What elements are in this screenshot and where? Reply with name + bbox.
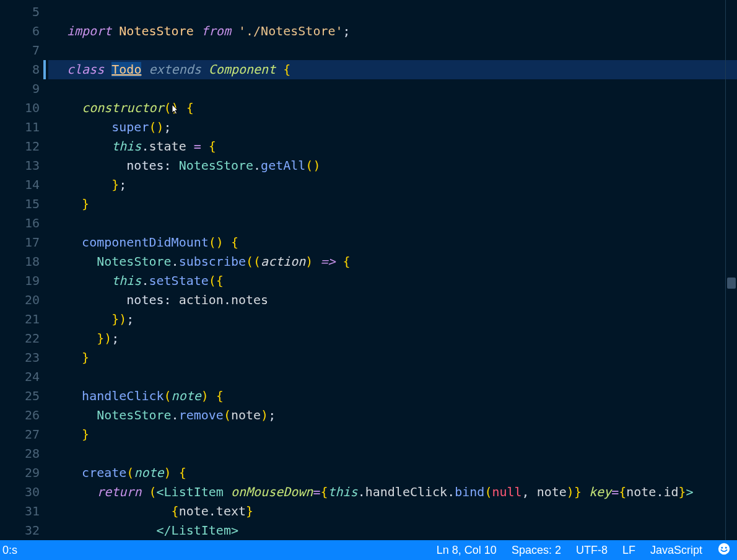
minimap-slider[interactable] bbox=[727, 278, 736, 289]
status-left-item[interactable]: 0:s bbox=[2, 544, 17, 557]
line-number[interactable]: 16 bbox=[0, 214, 48, 233]
line-number[interactable]: 14 bbox=[0, 175, 48, 195]
code-line[interactable]: }); bbox=[48, 329, 737, 348]
code-content[interactable]: import NotesStore from './NotesStore';cl… bbox=[48, 0, 737, 540]
line-number[interactable]: 31 bbox=[0, 502, 48, 521]
line-number[interactable]: 23 bbox=[0, 348, 48, 367]
code-line[interactable]: super(); bbox=[48, 118, 737, 137]
line-number[interactable]: 6 bbox=[0, 22, 48, 41]
code-line[interactable]: {note.text} bbox=[48, 502, 737, 521]
vertical-ruler bbox=[725, 0, 726, 540]
line-number[interactable]: 27 bbox=[0, 425, 48, 444]
line-number[interactable]: 12 bbox=[0, 137, 48, 156]
line-number[interactable]: 24 bbox=[0, 367, 48, 387]
line-number[interactable]: 18 bbox=[0, 252, 48, 271]
line-number[interactable]: 9 bbox=[0, 79, 48, 98]
line-number[interactable]: 20 bbox=[0, 291, 48, 310]
code-line[interactable]: this.setState({ bbox=[48, 271, 737, 291]
code-line[interactable] bbox=[48, 2, 737, 22]
code-area[interactable]: 5678910111213141516171819202122232425262… bbox=[0, 0, 737, 540]
editor-root: 5678910111213141516171819202122232425262… bbox=[0, 0, 737, 560]
line-number[interactable]: 26 bbox=[0, 406, 48, 425]
line-number[interactable]: 10 bbox=[0, 98, 48, 118]
code-line[interactable]: NotesStore.subscribe((action) => { bbox=[48, 252, 737, 271]
line-number[interactable]: 29 bbox=[0, 463, 48, 483]
status-line-col[interactable]: Ln 8, Col 10 bbox=[437, 544, 497, 557]
code-line[interactable]: } bbox=[48, 348, 737, 367]
line-number-gutter[interactable]: 5678910111213141516171819202122232425262… bbox=[0, 0, 48, 540]
code-line[interactable] bbox=[48, 444, 737, 463]
line-number[interactable]: 17 bbox=[0, 233, 48, 252]
code-line[interactable]: handleClick(note) { bbox=[48, 387, 737, 406]
line-number[interactable]: 28 bbox=[0, 444, 48, 463]
status-eol[interactable]: LF bbox=[622, 544, 635, 557]
code-line[interactable]: componentDidMount() { bbox=[48, 233, 737, 252]
code-line[interactable] bbox=[48, 41, 737, 60]
line-number[interactable]: 32 bbox=[0, 521, 48, 540]
code-line[interactable]: return (<ListItem onMouseDown={this.hand… bbox=[48, 483, 737, 502]
code-line[interactable]: notes: NotesStore.getAll() bbox=[48, 156, 737, 175]
line-number[interactable]: 19 bbox=[0, 271, 48, 291]
svg-point-2 bbox=[725, 546, 727, 548]
svg-point-0 bbox=[718, 543, 730, 554]
status-encoding[interactable]: UTF-8 bbox=[576, 544, 608, 557]
line-number[interactable]: 7 bbox=[0, 41, 48, 60]
code-line[interactable]: notes: action.notes bbox=[48, 291, 737, 310]
svg-point-1 bbox=[721, 546, 723, 548]
status-indent[interactable]: Spaces: 2 bbox=[512, 544, 561, 557]
code-line[interactable]: NotesStore.remove(note); bbox=[48, 406, 737, 425]
status-language[interactable]: JavaScript bbox=[650, 544, 702, 557]
code-line[interactable]: }; bbox=[48, 175, 737, 195]
line-number[interactable]: 13 bbox=[0, 156, 48, 175]
line-number[interactable]: 8 bbox=[0, 60, 48, 79]
code-line[interactable] bbox=[48, 79, 737, 98]
line-number[interactable]: 21 bbox=[0, 310, 48, 329]
feedback-smile-icon[interactable] bbox=[717, 542, 731, 559]
line-number[interactable]: 11 bbox=[0, 118, 48, 137]
line-number[interactable]: 22 bbox=[0, 329, 48, 348]
code-line[interactable]: this.state = { bbox=[48, 137, 737, 156]
line-number[interactable]: 30 bbox=[0, 483, 48, 502]
code-line[interactable]: import NotesStore from './NotesStore'; bbox=[48, 22, 737, 41]
code-line[interactable]: </ListItem> bbox=[48, 521, 737, 540]
code-line[interactable]: } bbox=[48, 195, 737, 214]
line-number[interactable]: 25 bbox=[0, 387, 48, 406]
code-line[interactable]: } bbox=[48, 425, 737, 444]
code-line[interactable]: create(note) { bbox=[48, 463, 737, 483]
status-bar: 0:s Ln 8, Col 10 Spaces: 2 UTF-8 LF Java… bbox=[0, 540, 737, 560]
code-line[interactable]: }); bbox=[48, 310, 737, 329]
code-line[interactable]: constructor() { bbox=[48, 98, 737, 118]
code-line[interactable] bbox=[48, 214, 737, 233]
line-number[interactable]: 5 bbox=[0, 2, 48, 22]
line-number[interactable]: 15 bbox=[0, 195, 48, 214]
code-line[interactable] bbox=[48, 367, 737, 387]
code-line[interactable]: class Todo extends Component { bbox=[48, 60, 737, 79]
